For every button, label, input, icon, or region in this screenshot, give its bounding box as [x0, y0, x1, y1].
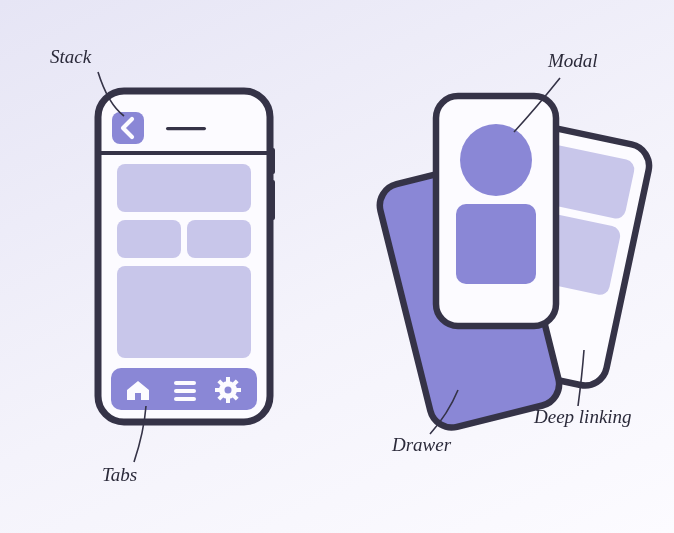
phone-side-button	[270, 148, 275, 174]
label-tabs: Tabs	[102, 464, 137, 486]
phone-modal	[436, 96, 556, 326]
label-deep-linking: Deep linking	[534, 406, 632, 428]
content-block	[117, 164, 251, 212]
menu-icon-bar	[174, 397, 196, 401]
phone-speaker	[166, 127, 206, 130]
label-modal: Modal	[548, 50, 598, 72]
modal-avatar	[460, 124, 532, 196]
modal-body-block	[456, 204, 536, 284]
svg-rect-3	[235, 388, 241, 392]
menu-icon-bar	[174, 381, 196, 385]
back-button[interactable]	[112, 112, 144, 144]
content-block	[117, 266, 251, 358]
label-drawer: Drawer	[392, 434, 451, 456]
svg-rect-1	[226, 397, 230, 403]
phone-side-button-2	[270, 180, 275, 220]
diagram-canvas	[0, 0, 674, 533]
menu-icon-bar	[174, 389, 196, 393]
svg-point-8	[225, 387, 232, 394]
label-stack: Stack	[50, 46, 91, 68]
phone-left	[98, 91, 275, 422]
tab-menu[interactable]	[174, 381, 196, 401]
content-block	[187, 220, 251, 258]
tab-settings[interactable]	[215, 377, 241, 403]
svg-rect-0	[226, 377, 230, 383]
content-block	[117, 220, 181, 258]
svg-rect-2	[215, 388, 221, 392]
